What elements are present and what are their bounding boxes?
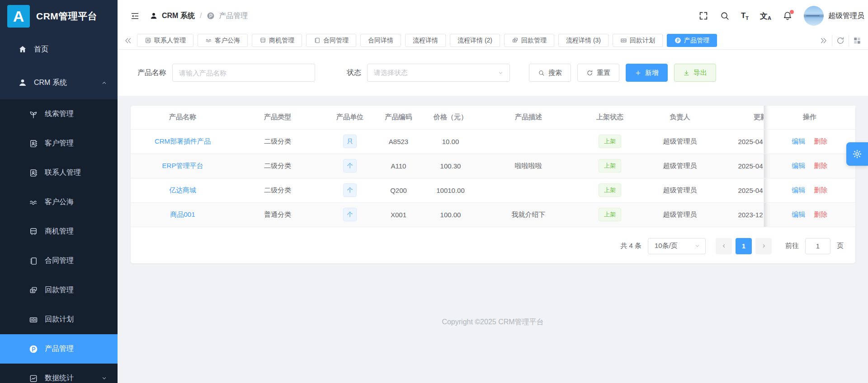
header-owner: 负责人 [646, 106, 714, 129]
product-name-input[interactable] [172, 64, 315, 82]
sidebar-item-0[interactable]: 线索管理 [0, 99, 118, 129]
tab-7[interactable]: 回款管理 [504, 34, 554, 47]
stats-icon [29, 374, 38, 383]
status-select-placeholder: 请选择状态 [374, 69, 408, 77]
tab-1[interactable]: 客户公海 [198, 34, 248, 47]
menu-fold-icon[interactable] [130, 11, 140, 21]
unit-tag: 个 [343, 208, 357, 221]
sidebar-item-home[interactable]: 首页 [0, 33, 118, 66]
owner-cell: 超级管理员 [646, 129, 714, 154]
status-label: 状态 [347, 68, 361, 78]
delete-link[interactable]: 删除 [814, 162, 827, 169]
sidebar-item-1[interactable]: 客户管理 [0, 129, 118, 158]
delete-link[interactable]: 删除 [814, 186, 827, 194]
table-row: ERP管理平台二级分类个A110100.30啦啦啦啦上架超级管理员2025-04… [131, 154, 855, 178]
bell-icon[interactable] [783, 11, 793, 21]
plan-icon [620, 37, 627, 44]
header-product-type: 产品类型 [235, 106, 321, 129]
product-table: 产品名称 产品类型 产品单位 产品编码 价格（元） 产品描述 上架状态 负责人 … [131, 106, 855, 227]
chevron-down-icon [101, 375, 108, 382]
tab-10[interactable]: 产品管理 [667, 34, 717, 47]
search-button-label: 搜索 [548, 69, 562, 77]
edit-link[interactable]: 编辑 [792, 186, 805, 194]
page-size-select[interactable]: 10条/页 [648, 238, 706, 254]
tab-label: 客户公海 [215, 37, 240, 45]
tab-9[interactable]: 回款计划 [613, 34, 663, 47]
delete-link[interactable]: 删除 [814, 137, 827, 145]
header-actions: 操作 [764, 106, 855, 129]
tab-4[interactable]: 合同详情 [360, 34, 401, 47]
prev-page-button[interactable] [716, 238, 732, 254]
sidebar-item-label: 联系人管理 [45, 168, 81, 177]
tab-2[interactable]: 商机管理 [252, 34, 302, 47]
breadcrumb-current: 产品管理 [219, 11, 248, 21]
updated-cell: 2025-04 [714, 138, 764, 145]
edit-link[interactable]: 编辑 [792, 162, 805, 169]
table-row: 亿达商城二级分类个Q20010010.00上架超级管理员2025-04编辑删除 [131, 178, 855, 202]
settings-button[interactable] [846, 142, 868, 166]
sidebar-item-3[interactable]: 客户公海 [0, 187, 118, 217]
delete-link[interactable]: 删除 [814, 210, 827, 218]
reset-button[interactable]: 重置 [577, 64, 619, 82]
product-name-link[interactable]: CRM部署插件产品 [155, 137, 211, 145]
sidebar-item-5[interactable]: 合同管理 [0, 246, 118, 276]
sidebar-item-label: 客户管理 [45, 139, 74, 148]
tab-3[interactable]: 合同管理 [306, 34, 356, 47]
user-icon [150, 12, 158, 20]
tab-label: 流程详情 (3) [566, 37, 601, 45]
tab-5[interactable]: 流程详情 [405, 34, 446, 47]
product-type-cell: 二级分类 [235, 154, 321, 178]
tab-8[interactable]: 流程详情 (3) [558, 34, 609, 47]
product-name-link[interactable]: 亿达商城 [169, 186, 196, 194]
tab-label: 回款管理 [521, 37, 547, 45]
avatar[interactable] [804, 6, 824, 26]
tabs-bar: 联系人管理客户公海商机管理合同管理合同详情流程详情流程详情 (2)回款管理流程详… [118, 32, 868, 50]
export-button[interactable]: 导出 [674, 64, 716, 82]
sidebar-item-8[interactable]: 产品管理 [0, 334, 118, 364]
breadcrumb-separator: / [200, 12, 202, 20]
status-select[interactable]: 请选择状态 [367, 64, 510, 82]
search-icon[interactable] [720, 11, 730, 21]
breadcrumb-root[interactable]: CRM 系统 [162, 11, 195, 21]
sidebar-item-9[interactable]: 数据统计 [0, 364, 118, 383]
language-icon[interactable]: 文A [760, 11, 771, 21]
pager-buttons: 1 [716, 238, 772, 254]
fullscreen-icon[interactable] [698, 11, 708, 21]
current-page-button[interactable]: 1 [736, 238, 752, 254]
search-button[interactable]: 搜索 [529, 64, 571, 82]
edit-link[interactable]: 编辑 [792, 137, 805, 145]
tabs-scroll-right-icon[interactable] [815, 35, 832, 47]
font-size-icon[interactable]: TT [741, 11, 749, 21]
product-table-card: 产品名称 产品类型 产品单位 产品编码 价格（元） 产品描述 上架状态 负责人 … [131, 106, 855, 263]
export-button-label: 导出 [693, 69, 707, 77]
grid-icon[interactable] [849, 35, 865, 47]
sidebar-item-7[interactable]: 回款计划 [0, 305, 118, 334]
sidebar-item-2[interactable]: 联系人管理 [0, 158, 118, 187]
sidebar-item-label: 线索管理 [45, 109, 74, 119]
status-tag: 上架 [599, 183, 621, 197]
product-name-link[interactable]: 商品001 [170, 210, 195, 218]
tab-label: 合同详情 [368, 37, 393, 45]
tab-0[interactable]: 联系人管理 [137, 34, 193, 47]
tab-label: 流程详情 (2) [458, 37, 492, 45]
tab-6[interactable]: 流程详情 (2) [450, 34, 500, 47]
sidebar-item-4[interactable]: 商机管理 [0, 217, 118, 246]
app-root: A CRM管理平台 首页 CRM 系统 线索管理客户管理联系人管理客户公海商机管… [0, 0, 868, 383]
tabs-scroll-left-icon[interactable] [123, 35, 133, 47]
add-button[interactable]: 新增 [626, 64, 668, 82]
sidebar-group-crm[interactable]: CRM 系统 [0, 66, 118, 99]
edit-link[interactable]: 编辑 [792, 210, 805, 218]
price-cell: 10.00 [418, 129, 483, 154]
contacts-icon [29, 168, 38, 177]
plan-icon [29, 315, 38, 324]
goto-page-input[interactable] [805, 238, 830, 254]
sidebar-item-6[interactable]: 回款管理 [0, 276, 118, 305]
user-name[interactable]: 超级管理员 [828, 11, 864, 21]
home-icon [18, 45, 27, 54]
notification-badge [790, 10, 794, 14]
next-page-button[interactable] [755, 238, 772, 254]
product-name-label: 产品名称 [137, 68, 166, 78]
refresh-icon[interactable] [832, 35, 849, 47]
tab-label: 合同管理 [323, 37, 349, 45]
product-name-link[interactable]: ERP管理平台 [162, 162, 203, 169]
